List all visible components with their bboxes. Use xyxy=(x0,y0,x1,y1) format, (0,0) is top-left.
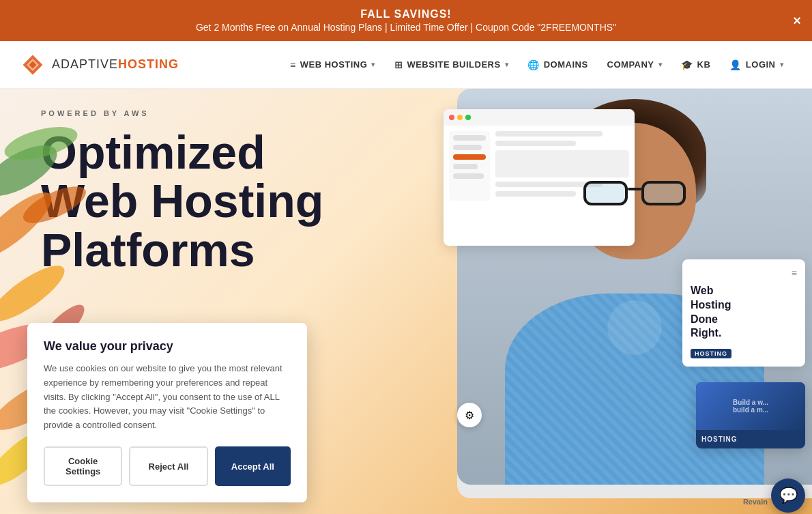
globe-icon: 🌐 xyxy=(527,59,540,70)
reject-all-button[interactable]: Reject All xyxy=(129,446,207,486)
nav-menu: ≡ WEB HOSTING ▾ ⊞ WEBSITE BUILDERS ▾ 🌐 D… xyxy=(282,54,792,76)
top-banner: FALL SAVINGS! Get 2 Months Free on Annua… xyxy=(0,0,812,41)
cookie-settings-button[interactable]: Cookie Settings xyxy=(44,446,122,486)
grid-square-icon: ⊞ xyxy=(394,59,403,70)
card-body: HOSTING xyxy=(696,430,805,448)
chat-icon: 💬 xyxy=(779,487,798,504)
hero-section: POWERED BY AWS Optimized Web Hosting Pla… xyxy=(0,89,812,514)
sidebar-line-3 xyxy=(453,164,478,169)
hero-title-line3: Platforms xyxy=(41,224,255,276)
card-image-text: Build a w...build a m... xyxy=(730,396,771,416)
ui-card-header xyxy=(444,109,635,126)
chat-bubble-button[interactable]: 💬 xyxy=(771,479,805,513)
ui-hosting-card: ≡ WebHostingDoneRight. HOSTING xyxy=(682,259,805,367)
nav-item-website-builders[interactable]: ⊞ WEBSITE BUILDERS ▾ xyxy=(386,54,517,76)
chevron-down-icon: ▾ xyxy=(371,61,375,68)
ui-bottom-card: Build a w...build a m... HOSTING xyxy=(696,382,805,448)
nav-label-web-hosting: WEB HOSTING xyxy=(300,59,368,70)
nav-item-web-hosting[interactable]: ≡ WEB HOSTING ▾ xyxy=(282,54,383,76)
hero-title-line2: Web Hosting xyxy=(41,175,323,227)
logo-text-adaptive: ADAPTIVE xyxy=(52,57,118,72)
sidebar-line xyxy=(453,135,486,141)
nav-item-domains[interactable]: 🌐 DOMAINS xyxy=(519,54,596,76)
main-image-placeholder xyxy=(495,150,629,177)
logo-text-hosting: HOSTING xyxy=(118,57,179,72)
powered-by-label: POWERED BY AWS xyxy=(41,109,409,117)
glasses xyxy=(577,181,693,208)
navbar: ADAPTIVE HOSTING ≡ WEB HOSTING ▾ ⊞ WEBSI… xyxy=(0,41,812,89)
nav-item-kb[interactable]: 🎓 KB xyxy=(673,54,719,76)
logo[interactable]: ADAPTIVE HOSTING xyxy=(20,53,179,77)
chevron-down-icon-2: ▾ xyxy=(505,61,509,68)
hero-title: Optimized Web Hosting Platforms xyxy=(41,128,409,274)
sidebar-line-2 xyxy=(453,145,482,150)
nav-label-website-builders: WEBSITE BUILDERS xyxy=(407,59,500,70)
nav-label-kb: KB xyxy=(697,59,711,70)
main-line-1 xyxy=(495,131,603,137)
nav-label-login: LOGIN xyxy=(746,59,776,70)
banner-subtitle: Get 2 Months Free on Annual Hosting Plan… xyxy=(14,22,798,33)
dot-red xyxy=(449,115,454,120)
logo-icon xyxy=(20,53,45,77)
gear-icon: ⚙ xyxy=(457,403,482,427)
nav-item-login[interactable]: 👤 LOGIN ▾ xyxy=(721,54,792,76)
hero-title-line1: Optimized xyxy=(41,126,265,178)
main-line-4 xyxy=(495,191,576,197)
nav-label-company: COMPANY xyxy=(607,59,654,70)
main-line-2 xyxy=(495,141,576,146)
hero-image-area: ⚙ ≡ WebHostingDoneRight. HOSTING Build a… xyxy=(437,89,812,514)
nav-label-domains: DOMAINS xyxy=(544,59,588,70)
grid-icon: ≡ xyxy=(290,59,296,70)
sidebar-line-active xyxy=(453,154,486,160)
hosting-badge: HOSTING xyxy=(691,349,731,358)
sidebar-line-4 xyxy=(453,173,484,179)
ui-sidebar-mini xyxy=(449,131,490,201)
banner-close-button[interactable]: × xyxy=(793,13,801,29)
chevron-down-icon-3: ▾ xyxy=(658,61,663,68)
card-image: Build a w...build a m... xyxy=(696,382,805,430)
hamburger-icon: ≡ xyxy=(792,268,797,279)
nav-item-company[interactable]: COMPANY ▾ xyxy=(599,54,670,75)
ui-browser-card xyxy=(444,109,635,246)
hero-content: POWERED BY AWS Optimized Web Hosting Pla… xyxy=(41,109,409,288)
cookie-buttons: Cookie Settings Reject All Accept All xyxy=(44,446,291,486)
card-menu-icon: ≡ xyxy=(691,268,797,279)
hosting-card-title: WebHostingDoneRight. xyxy=(691,284,797,341)
chevron-down-icon-4: ▾ xyxy=(780,61,784,68)
card-hosting-label: HOSTING xyxy=(701,436,800,443)
dot-green xyxy=(465,115,471,120)
user-icon: 👤 xyxy=(729,59,742,70)
banner-title: FALL SAVINGS! xyxy=(14,8,798,20)
cookie-title: We value your privacy xyxy=(44,339,291,354)
graduation-icon: 🎓 xyxy=(681,59,693,70)
accept-all-button[interactable]: Accept All xyxy=(215,446,291,486)
dot-yellow xyxy=(457,115,463,120)
cookie-consent-banner: We value your privacy We use cookies on … xyxy=(27,323,307,502)
cookie-text: We use cookies on our website to give yo… xyxy=(44,362,291,433)
